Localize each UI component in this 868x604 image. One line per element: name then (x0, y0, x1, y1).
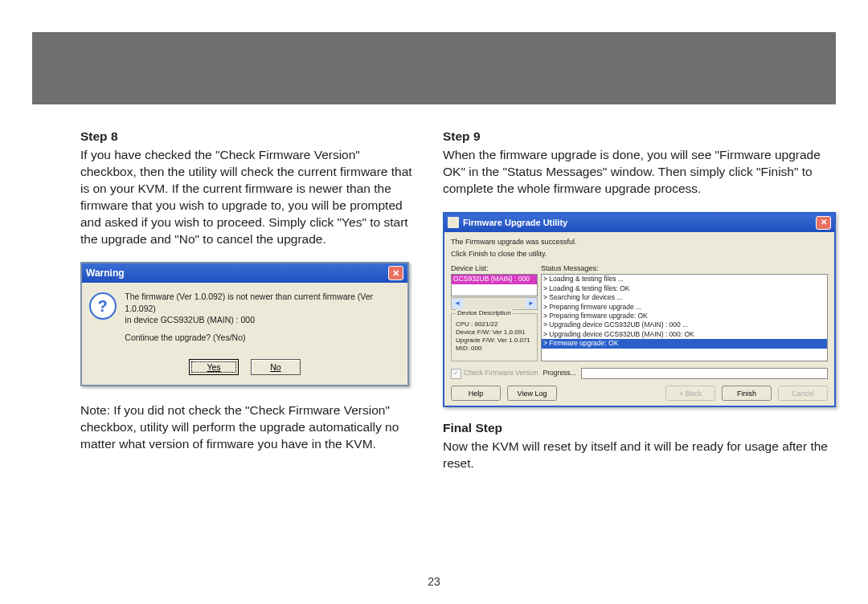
status-line: > Preparing firmware upgrade: OK (542, 312, 827, 320)
device-list-hscroll[interactable]: ◄ ► (451, 297, 538, 310)
progress-bar (581, 368, 828, 379)
warning-dialog: Warning ✕ ? The firmware (Ver 1.0.092) i… (80, 262, 409, 386)
status-line: > Upgrading device GCS932UB (MAIN) : 000… (542, 330, 827, 339)
desc-line: Device F/W: Ver 1.0.091 (456, 329, 533, 337)
question-icon: ? (89, 292, 117, 320)
step9-body: When the firmware upgrade is done, you w… (443, 147, 836, 198)
status-messages-listbox[interactable]: > Loading & testing files ... > Loading … (541, 274, 828, 361)
warning-title: Warning (86, 267, 125, 280)
status-line: > Loading & testing files ... (542, 275, 827, 284)
right-column: Step 9 When the firmware upgrade is done… (443, 129, 836, 572)
status-line: > Upgrading device GCS932UB (MAIN) : 000… (542, 320, 827, 329)
checkbox-icon: ✓ (451, 369, 461, 379)
check-firmware-label: Check Firmware Version (464, 369, 538, 378)
no-button[interactable]: No (251, 359, 301, 375)
view-log-button[interactable]: View Log (507, 386, 557, 401)
scroll-right-icon[interactable]: ► (526, 298, 537, 309)
device-description-group: Device Description CPU : 8021/22 Device … (451, 313, 538, 361)
progress-label: Progress... (543, 369, 576, 378)
fuu-success-msg: The Firmware upgrade was successful. (451, 237, 828, 247)
final-step-heading: Final Step (443, 420, 836, 437)
content-columns: Step 8 If you have checked the "Check Fi… (80, 129, 836, 572)
device-description-legend: Device Description (456, 309, 513, 317)
step9-heading: Step 9 (443, 129, 836, 145)
fuu-title: Firmware Upgrade Utility (463, 217, 567, 229)
status-line: > Searching for devices ... (542, 293, 827, 302)
desc-line: MID: 000 (456, 345, 533, 353)
step8-note: Note: If you did not check the "Check Fi… (80, 402, 419, 453)
status-messages-label: Status Messages: (541, 263, 828, 273)
fuu-titlebar: Firmware Upgrade Utility ✕ (444, 214, 834, 232)
device-listbox[interactable]: GCS932UB (MAIN) : 000 (451, 274, 538, 296)
back-button: < Back (665, 386, 715, 401)
check-firmware-version-checkbox: ✓ Check Firmware Version (451, 369, 538, 379)
desc-line: CPU : 8021/22 (456, 320, 533, 329)
finish-button[interactable]: Finish (722, 386, 772, 401)
step8-heading: Step 8 (80, 129, 419, 145)
left-column: Step 8 If you have checked the "Check Fi… (80, 129, 419, 572)
scroll-left-icon[interactable]: ◄ (452, 298, 463, 309)
final-step-body: Now the KVM will reset by itself and it … (443, 439, 836, 472)
firmware-upgrade-utility-window: Firmware Upgrade Utility ✕ The Firmware … (443, 212, 836, 407)
cancel-button: Cancel (778, 386, 828, 401)
close-icon[interactable]: ✕ (816, 216, 831, 230)
status-line-highlighted: > Firmware upgrade: OK (542, 339, 827, 348)
help-button[interactable]: Help (451, 386, 501, 401)
desc-line: Upgrade F/W: Ver 1.0.071 (456, 337, 533, 345)
warning-line2: in device GCS932UB (MAIN) : 000 (125, 315, 255, 324)
fuu-instruction-msg: Click Finish to close the utility. (451, 249, 828, 259)
app-icon (448, 217, 459, 228)
step8-body: If you have checked the "Check Firmware … (80, 147, 419, 248)
warning-text: The firmware (Ver 1.0.092) is not newer … (125, 291, 401, 349)
warning-line3: Continue the upgrade? (Yes/No) (125, 332, 401, 343)
yes-button[interactable]: Yes (189, 359, 239, 375)
device-list-label: Device List: (451, 263, 538, 273)
status-line: > Preparing firmware upgrade ... (542, 303, 827, 312)
close-icon[interactable]: ✕ (388, 266, 403, 280)
header-band (32, 32, 836, 104)
warning-line1: The firmware (Ver 1.0.092) is not newer … (125, 292, 373, 312)
status-line: > Loading & testing files: OK (542, 284, 827, 293)
device-list-item[interactable]: GCS932UB (MAIN) : 000 (452, 275, 537, 284)
warning-titlebar: Warning ✕ (82, 263, 407, 283)
page-number: 23 (0, 575, 868, 588)
